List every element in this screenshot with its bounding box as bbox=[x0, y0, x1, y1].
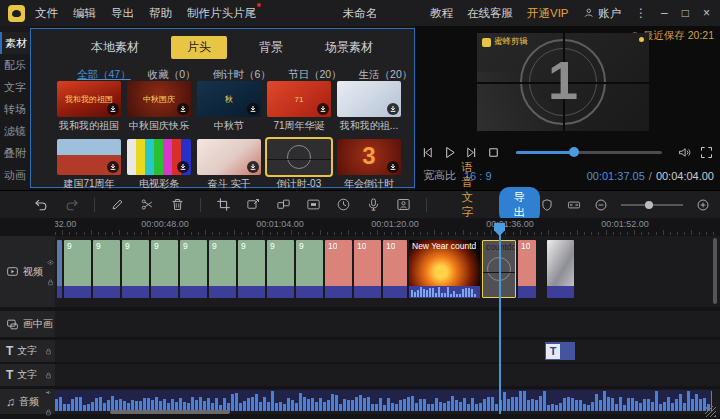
zoom-in-button[interactable] bbox=[696, 198, 710, 212]
menu-export[interactable]: 导出 bbox=[111, 6, 134, 21]
download-icon[interactable] bbox=[177, 161, 189, 173]
library-item[interactable]: 奋斗 实干 bbox=[197, 139, 261, 191]
library-item[interactable]: 我和我的祖... bbox=[337, 81, 401, 133]
library-item[interactable]: 我和我的祖国我和我的祖国 bbox=[57, 81, 121, 133]
download-icon[interactable] bbox=[177, 103, 189, 115]
stop-button[interactable] bbox=[486, 143, 501, 161]
library-thumbnail[interactable] bbox=[127, 139, 191, 175]
minimize-icon[interactable]: – bbox=[661, 6, 668, 20]
zoom-out-button[interactable] bbox=[594, 198, 608, 212]
library-thumbnail[interactable]: 71 bbox=[267, 81, 331, 117]
tab-intro[interactable]: 片头 bbox=[171, 36, 227, 59]
maximize-icon[interactable]: □ bbox=[682, 6, 689, 20]
track-body-text-2[interactable] bbox=[55, 364, 720, 386]
clip-salmon[interactable]: 10 bbox=[325, 240, 352, 298]
clip-salmon[interactable]: 10 bbox=[354, 240, 381, 298]
sidebar-item-music[interactable]: 配乐 bbox=[0, 54, 30, 76]
download-icon[interactable] bbox=[317, 103, 329, 115]
track-body-pip[interactable] bbox=[55, 311, 720, 337]
lock-toggle[interactable] bbox=[45, 403, 52, 419]
filter-countdown[interactable]: 倒计时（6） bbox=[213, 68, 271, 82]
download-icon[interactable] bbox=[107, 161, 119, 173]
sidebar-item-material[interactable]: 素材 bbox=[0, 32, 30, 54]
text-clip[interactable]: T bbox=[545, 342, 575, 360]
menu-intro-outro[interactable]: 制作片头片尾 bbox=[187, 6, 256, 21]
library-thumbnail[interactable] bbox=[197, 139, 261, 175]
undo-button[interactable] bbox=[34, 197, 49, 212]
crop-button[interactable] bbox=[216, 197, 231, 212]
fullscreen-button[interactable] bbox=[699, 143, 714, 161]
library-thumbnail[interactable]: 我和我的祖国 bbox=[57, 81, 121, 117]
lock-toggle[interactable] bbox=[47, 273, 54, 291]
split-button[interactable] bbox=[140, 197, 155, 212]
resize-grip[interactable] bbox=[705, 406, 716, 417]
progress-knob[interactable] bbox=[569, 147, 579, 157]
filter-all[interactable]: 全部（47） bbox=[77, 68, 131, 82]
track-body-video[interactable]: 999999999101010New Year countdcountdo10 bbox=[55, 236, 720, 307]
clip-green[interactable]: 9 bbox=[122, 240, 149, 298]
audio-waveform[interactable] bbox=[55, 390, 712, 411]
download-icon[interactable] bbox=[387, 103, 399, 115]
library-thumbnail[interactable] bbox=[267, 139, 331, 175]
record-button[interactable] bbox=[366, 197, 381, 212]
library-item[interactable]: 建国71周年 bbox=[57, 139, 121, 191]
more-icon[interactable]: ⋮ bbox=[635, 6, 647, 20]
vip-button[interactable]: 开通VIP bbox=[527, 6, 569, 21]
library-thumbnail[interactable] bbox=[337, 81, 401, 117]
clip-spacer[interactable] bbox=[538, 240, 545, 298]
clip-green[interactable]: 9 bbox=[238, 240, 265, 298]
filter-life[interactable]: 生活（20） bbox=[359, 68, 413, 82]
library-item[interactable]: 3年会倒计时 bbox=[337, 139, 401, 191]
library-thumbnail[interactable] bbox=[57, 139, 121, 175]
library-item[interactable]: 7171周年华诞 bbox=[267, 81, 331, 133]
sidebar-item-overlay[interactable]: 叠附 bbox=[0, 142, 30, 164]
timeline-ruler[interactable]: 32.0000:00:48.0000:01:04.0000:01:20.0000… bbox=[55, 218, 720, 235]
filter-festival[interactable]: 节日（20） bbox=[288, 68, 342, 82]
tab-background[interactable]: 背景 bbox=[249, 36, 293, 59]
sidebar-item-animation[interactable]: 动画 bbox=[0, 164, 30, 186]
preview-progress-slider[interactable] bbox=[516, 151, 662, 154]
library-item[interactable]: 电视彩条 bbox=[127, 139, 191, 191]
download-icon[interactable] bbox=[247, 103, 259, 115]
zoom-knob[interactable] bbox=[645, 201, 653, 209]
timeline-zoom-slider[interactable] bbox=[621, 204, 683, 206]
tab-scene[interactable]: 场景素材 bbox=[315, 36, 383, 59]
edit-button[interactable] bbox=[110, 197, 125, 212]
clip-green[interactable]: 9 bbox=[267, 240, 294, 298]
filter-favorites[interactable]: 收藏（0） bbox=[148, 68, 196, 82]
close-icon[interactable]: × bbox=[703, 6, 710, 20]
clip-green[interactable]: 9 bbox=[93, 240, 120, 298]
fit-timeline-button[interactable] bbox=[567, 198, 581, 212]
menu-help[interactable]: 帮助 bbox=[149, 6, 172, 21]
download-icon[interactable] bbox=[387, 161, 399, 173]
link-support[interactable]: 在线客服 bbox=[467, 6, 513, 21]
download-icon[interactable] bbox=[107, 103, 119, 115]
library-item[interactable]: 倒计时-03 bbox=[267, 139, 331, 191]
duration-button[interactable] bbox=[336, 197, 351, 212]
track-body-text-1[interactable]: T bbox=[55, 340, 720, 362]
lock-toggle[interactable] bbox=[45, 342, 52, 360]
menu-file[interactable]: 文件 bbox=[35, 6, 58, 21]
library-thumbnail[interactable]: 3 bbox=[337, 139, 401, 175]
clip-green[interactable]: 9 bbox=[296, 240, 323, 298]
clip-green[interactable]: 9 bbox=[180, 240, 207, 298]
download-icon[interactable] bbox=[247, 161, 259, 173]
library-thumbnail[interactable]: 秋 bbox=[197, 81, 261, 117]
clip-green[interactable]: 9 bbox=[209, 240, 236, 298]
lock-toggle[interactable] bbox=[45, 366, 52, 384]
volume-button[interactable] bbox=[677, 143, 692, 161]
delete-button[interactable] bbox=[170, 197, 185, 212]
preview-canvas[interactable]: 1 蜜蜂剪辑 bbox=[477, 33, 649, 131]
tab-local-media[interactable]: 本地素材 bbox=[81, 36, 149, 59]
vertical-scrollbar[interactable] bbox=[713, 238, 717, 304]
sidebar-item-text[interactable]: 文字 bbox=[0, 76, 30, 98]
clip-green[interactable]: 9 bbox=[64, 240, 91, 298]
library-item[interactable]: 秋中秋节 bbox=[197, 81, 261, 133]
portrait-button[interactable] bbox=[396, 197, 411, 212]
library-thumbnail[interactable]: 中秋国庆 bbox=[127, 81, 191, 117]
menu-edit[interactable]: 编辑 bbox=[73, 6, 96, 21]
clip-swan[interactable] bbox=[547, 240, 574, 298]
clip-salmon[interactable]: 10 bbox=[518, 240, 536, 298]
pip-button[interactable] bbox=[276, 197, 291, 212]
clip-green[interactable]: 9 bbox=[151, 240, 178, 298]
